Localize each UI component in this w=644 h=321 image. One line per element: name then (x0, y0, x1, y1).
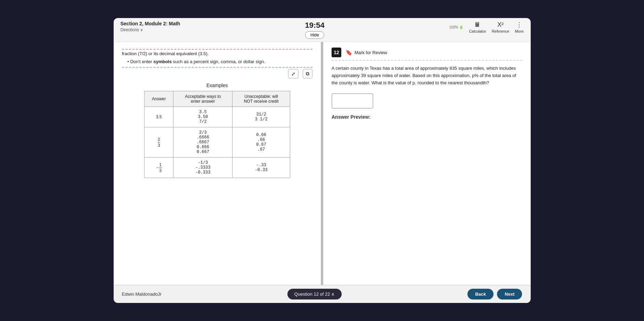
acceptable-cell-1: 3.53.507/2 (173, 107, 233, 127)
left-panel: fraction (7/2) or its decimal equivalent… (114, 42, 321, 285)
unacceptable-cell-3: -.33-0.33 (233, 158, 290, 178)
top-bar: Section 2, Module 2: Math Directions ∨ 1… (114, 18, 531, 42)
section-title: Section 2, Module 2: Math (121, 21, 180, 26)
col-header-acceptable: Acceptable ways toenter answer (173, 91, 233, 107)
examples-table: Answer Acceptable ways toenter answer Un… (144, 91, 290, 178)
reference-tool[interactable]: X² Reference (492, 21, 510, 33)
neg-fraction-display: − 1 3 (156, 162, 162, 173)
panel-copy-icon[interactable]: ⧉ (303, 69, 312, 78)
calculator-label: Calculator (469, 29, 486, 33)
table-row: 3.5 3.53.507/2 31/23 1/2 (144, 107, 290, 127)
top-bar-left: Section 2, Module 2: Math Directions ∨ (121, 21, 180, 33)
answer-input[interactable] (332, 93, 373, 109)
panel-expand-icon[interactable]: ⤢ (288, 69, 299, 78)
col-header-unacceptable: Unacceptable: willNOT receive credit (233, 91, 290, 107)
instruction-line1: fraction (7/2) or its decimal equivalent… (122, 51, 313, 56)
examples-title: Examples (122, 83, 313, 88)
answer-cell-1: 3.5 (144, 107, 173, 127)
directions-link[interactable]: Directions ∨ (121, 27, 144, 32)
question-text: A certain county in Texas has a total ar… (332, 65, 522, 86)
answer-cell-3: − 1 3 (144, 158, 173, 178)
nav-buttons: Back Next (467, 289, 522, 299)
mark-review-label: Mark for Review (354, 50, 387, 55)
student-name: Edwin MaldonadoJr (122, 292, 162, 297)
top-bar-right: 100% 🔋 🖩 Calculator X² Reference ⋮ More (449, 21, 524, 33)
top-bar-center: 19:54 Hide (305, 21, 324, 39)
more-label: More (515, 29, 523, 33)
acceptable-cell-2: 2/3.6666.66670.6660.667 (173, 127, 233, 158)
timer-display: 19:54 (305, 21, 324, 30)
panel-icons: ⤢ ⧉ (122, 69, 313, 78)
battery-info: 100% 🔋 (449, 25, 463, 29)
calculator-icon: 🖩 (474, 21, 481, 28)
answer-cell-2: 2 3 (144, 127, 173, 158)
table-row: − 1 3 -1/3-.3333-0.333 -.33-0.33 (144, 158, 290, 178)
table-row: 2 3 2/3.6666.66670.6660.667 0.66.660.67.… (144, 127, 290, 158)
answer-preview-label: Answer Preview: (332, 114, 522, 120)
col-header-answer: Answer (144, 91, 173, 107)
question-number: 12 (332, 48, 341, 57)
right-panel: 12 🔖 Mark for Review A certain county in… (323, 42, 531, 285)
main-content: fraction (7/2) or its decimal equivalent… (114, 42, 531, 285)
unacceptable-cell-2: 0.66.660.67.67 (233, 127, 290, 158)
reference-label: Reference (492, 29, 510, 33)
back-button[interactable]: Back (467, 289, 494, 299)
mark-for-review-button[interactable]: 🔖 Mark for Review (345, 49, 387, 56)
reference-icon: X² (497, 21, 504, 28)
calculator-tool[interactable]: 🖩 Calculator (469, 21, 486, 33)
unacceptable-cell-1: 31/23 1/2 (233, 107, 290, 127)
more-icon: ⋮ (516, 21, 522, 28)
more-tool[interactable]: ⋮ More (515, 21, 523, 33)
instruction-line2: • Don't enter symbols such as a percent … (128, 59, 313, 64)
question-nav-button[interactable]: Question 12 of 22 ∧ (287, 289, 342, 299)
fraction-2-3: 2 3 (158, 137, 160, 148)
acceptable-cell-3: -1/3-.3333-0.333 (173, 158, 233, 178)
bottom-bar: Edwin MaldonadoJr Question 12 of 22 ∧ Ba… (114, 285, 531, 303)
hide-button[interactable]: Hide (305, 31, 324, 39)
bookmark-icon: 🔖 (345, 49, 352, 56)
next-button[interactable]: Next (497, 289, 522, 299)
question-header: 12 🔖 Mark for Review (332, 48, 522, 61)
